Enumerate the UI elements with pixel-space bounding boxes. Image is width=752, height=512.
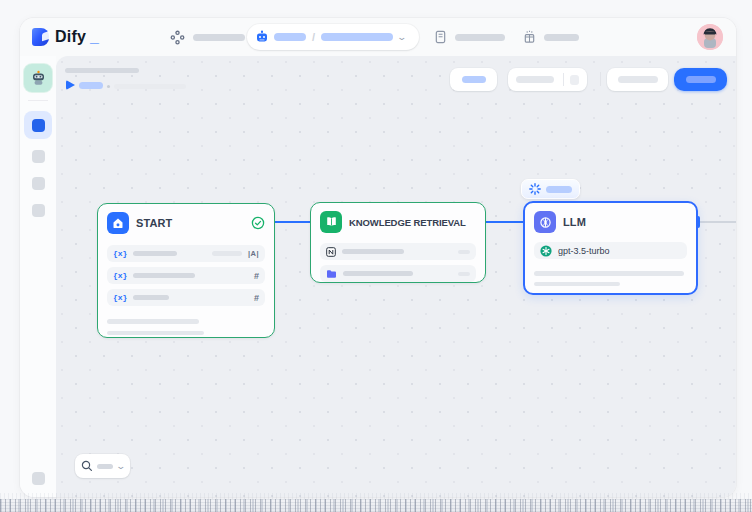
node-desc-skeleton xyxy=(107,319,199,324)
app-header: Dify _ xyxy=(20,18,736,56)
toolbar-divider xyxy=(600,72,601,86)
badge-label-skeleton xyxy=(546,186,572,193)
workflow-name-skeleton xyxy=(321,33,393,41)
check-circle-icon xyxy=(251,216,265,230)
chevron-down-icon: ⌄ xyxy=(115,462,126,471)
variable-name-skeleton xyxy=(133,273,195,278)
preview-label-skeleton xyxy=(462,76,486,83)
publish-button[interactable] xyxy=(674,68,727,91)
segment-label-skeleton xyxy=(516,76,554,83)
sidebar-item-2[interactable] xyxy=(32,150,45,163)
noise-band xyxy=(0,499,752,512)
breadcrumb-separator: / xyxy=(311,31,316,43)
book-icon xyxy=(320,211,342,233)
node-desc-skeleton xyxy=(107,331,204,336)
run-label-skeleton xyxy=(79,82,103,89)
dataset-meta-skeleton xyxy=(458,272,470,276)
workflow-title-skeleton xyxy=(65,68,139,73)
whats-new-link[interactable] xyxy=(523,18,579,56)
brand-name: Dify xyxy=(55,28,86,46)
run-history-segmented-button[interactable] xyxy=(508,68,587,91)
workflow-canvas[interactable]: START {x} |A| {x} xyxy=(56,56,736,497)
notion-icon xyxy=(326,247,336,257)
llm-status-badge xyxy=(521,179,580,199)
gift-icon xyxy=(523,30,536,44)
edge-llm-out[interactable] xyxy=(700,221,736,223)
start-variable-row[interactable]: {x} # xyxy=(107,289,265,306)
home-icon xyxy=(107,212,129,234)
dataset-name-skeleton xyxy=(343,271,413,276)
sparkle-loader-icon xyxy=(529,183,541,195)
bot-icon xyxy=(255,30,269,44)
edge-start-to-kr[interactable] xyxy=(275,221,311,223)
variable-icon: {x} xyxy=(113,271,127,280)
node-title: KNOWLEDGE RETRIEVAL xyxy=(349,217,466,228)
screenshot-stage: Dify _ xyxy=(0,0,752,512)
dataset-name-skeleton xyxy=(342,249,404,254)
edge-kr-to-llm[interactable] xyxy=(486,221,523,223)
dot-separator xyxy=(107,85,110,88)
docs-link[interactable] xyxy=(434,18,505,56)
dify-app-window: Dify _ xyxy=(20,18,736,497)
node-title: LLM xyxy=(563,216,586,228)
preview-button[interactable] xyxy=(450,68,497,91)
variable-icon: {x} xyxy=(113,249,127,258)
node-start[interactable]: START {x} |A| {x} xyxy=(97,203,275,338)
segment-icon-skeleton xyxy=(570,75,579,85)
avatar-illustration xyxy=(697,24,723,50)
workspace-name-skeleton xyxy=(193,34,245,41)
node-start-header: START xyxy=(107,212,265,234)
zoom-level-skeleton xyxy=(97,464,113,469)
openai-icon xyxy=(540,245,552,257)
app-switcher-pill[interactable]: / ⌄ xyxy=(247,24,419,50)
workflow-icon xyxy=(32,119,45,132)
start-variable-row[interactable]: {x} # xyxy=(107,267,265,284)
dify-logo-icon xyxy=(32,28,49,46)
app-robot-icon xyxy=(30,70,47,87)
orchestrate-icon xyxy=(170,30,185,45)
node-kr-header: KNOWLEDGE RETRIEVAL xyxy=(320,211,476,233)
llm-icon xyxy=(534,211,556,233)
zoom-control[interactable]: ⌄ xyxy=(75,454,130,478)
folder-icon xyxy=(326,269,337,279)
node-knowledge-retrieval[interactable]: KNOWLEDGE RETRIEVAL xyxy=(310,202,486,283)
docs-icon xyxy=(434,30,447,44)
workspace-switcher[interactable] xyxy=(170,18,245,56)
dataset-meta-skeleton xyxy=(458,250,470,254)
dify-logo: Dify _ xyxy=(32,18,99,56)
type-number-icon: # xyxy=(254,293,259,303)
node-desc-skeleton xyxy=(534,271,684,276)
llm-model-row[interactable]: gpt-3.5-turbo xyxy=(534,242,687,259)
play-icon[interactable] xyxy=(66,80,75,90)
type-number-icon: # xyxy=(254,271,259,281)
start-variable-row[interactable]: {x} |A| xyxy=(107,245,265,262)
variable-value-skeleton xyxy=(212,251,242,256)
node-title: START xyxy=(136,217,172,229)
app-name-skeleton xyxy=(274,33,306,41)
sidebar-item-bottom[interactable] xyxy=(32,472,45,485)
kr-dataset-row[interactable] xyxy=(320,243,476,260)
sidebar-item-workflow-active[interactable] xyxy=(24,111,52,139)
sidebar xyxy=(20,56,56,497)
chevron-down-icon: ⌄ xyxy=(397,33,408,42)
model-name: gpt-3.5-turbo xyxy=(558,246,610,256)
run-meta-skeleton xyxy=(114,84,186,89)
variable-name-skeleton xyxy=(133,251,177,256)
publish-label-skeleton xyxy=(686,76,716,83)
user-avatar[interactable] xyxy=(697,24,723,50)
variable-name-skeleton xyxy=(133,295,169,300)
sidebar-item-3[interactable] xyxy=(32,177,45,190)
kr-dataset-row[interactable] xyxy=(320,265,476,282)
whats-new-label-skeleton xyxy=(544,34,579,41)
segment-divider xyxy=(563,73,564,86)
current-app-icon[interactable] xyxy=(24,64,52,92)
node-llm[interactable]: LLM gpt-3.5-turbo xyxy=(523,201,698,295)
brand-cursor: _ xyxy=(90,28,99,46)
type-string-icon: |A| xyxy=(248,249,259,258)
sidebar-divider xyxy=(28,100,48,101)
features-button[interactable] xyxy=(607,68,668,91)
sidebar-item-4[interactable] xyxy=(32,204,45,217)
docs-label-skeleton xyxy=(455,34,505,41)
zoom-search-icon xyxy=(81,460,93,472)
variable-icon: {x} xyxy=(113,293,127,302)
